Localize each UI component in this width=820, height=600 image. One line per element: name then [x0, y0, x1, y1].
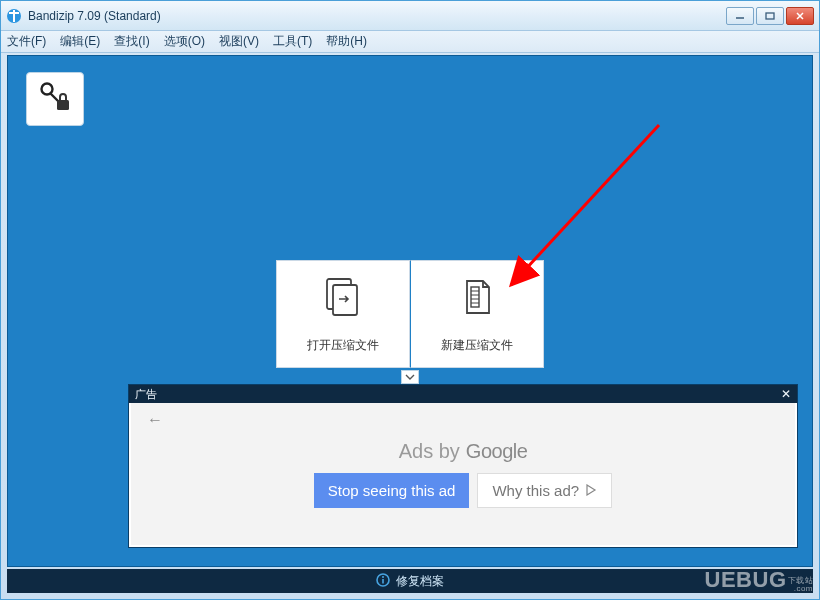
- window-controls: [726, 7, 814, 25]
- svg-rect-2: [766, 13, 774, 19]
- menu-options[interactable]: 选项(O): [164, 33, 205, 50]
- menu-view[interactable]: 视图(V): [219, 33, 259, 50]
- new-archive-icon: [455, 275, 499, 323]
- ad-buttons: Stop seeing this ad Why this ad?: [314, 473, 612, 508]
- chevron-down-icon: [405, 372, 415, 383]
- ad-panel: 广告 ✕ ← Ads by Google Stop seeing this ad…: [128, 384, 798, 548]
- center-buttons: 打开压缩文件 新建压缩文件: [276, 260, 544, 368]
- main-area: 打开压缩文件 新建压缩文件: [7, 55, 813, 567]
- ad-label: 广告: [135, 387, 157, 402]
- why-ad-button[interactable]: Why this ad?: [477, 473, 612, 508]
- svg-rect-7: [471, 287, 479, 307]
- menu-edit[interactable]: 编辑(E): [60, 33, 100, 50]
- key-lock-icon: [37, 80, 73, 118]
- ad-title: Ads by Google: [399, 440, 528, 463]
- window-title: Bandizip 7.09 (Standard): [28, 9, 161, 23]
- app-icon: [6, 8, 22, 24]
- close-icon: ✕: [781, 387, 791, 401]
- minimize-button[interactable]: [726, 7, 754, 25]
- menubar: 文件(F) 编辑(E) 查找(I) 选项(O) 视图(V) 工具(T) 帮助(H…: [1, 31, 819, 53]
- arrow-left-icon: ←: [147, 411, 163, 428]
- menu-tools[interactable]: 工具(T): [273, 33, 312, 50]
- ad-title-prefix: Ads by: [399, 440, 460, 463]
- titlebar: Bandizip 7.09 (Standard): [1, 1, 819, 31]
- svg-rect-14: [382, 579, 384, 584]
- ad-close-button[interactable]: ✕: [781, 387, 791, 401]
- app-window: Bandizip 7.09 (Standard) 文件(F) 编辑(E) 查找(…: [0, 0, 820, 600]
- svg-point-13: [382, 576, 384, 578]
- watermark-text: UEBUG: [705, 567, 787, 593]
- statusbar-repair[interactable]: 修复档案: [7, 569, 813, 593]
- info-icon: [376, 573, 390, 590]
- stop-ad-button[interactable]: Stop seeing this ad: [314, 473, 470, 508]
- why-ad-label: Why this ad?: [492, 482, 579, 499]
- ad-back-button[interactable]: ←: [147, 411, 163, 429]
- watermark-sub: 下载站 .com: [788, 577, 814, 593]
- watermark: UEBUG 下载站 .com: [705, 567, 813, 593]
- menu-find[interactable]: 查找(I): [114, 33, 149, 50]
- password-manager-button[interactable]: [26, 72, 84, 126]
- menu-file[interactable]: 文件(F): [7, 33, 46, 50]
- ad-body: ← Ads by Google Stop seeing this ad Why …: [131, 403, 795, 545]
- svg-rect-4: [57, 100, 69, 110]
- maximize-button[interactable]: [756, 7, 784, 25]
- open-archive-icon: [321, 275, 365, 323]
- menu-help[interactable]: 帮助(H): [326, 33, 367, 50]
- close-button[interactable]: [786, 7, 814, 25]
- open-archive-button[interactable]: 打开压缩文件: [276, 260, 410, 368]
- expand-button[interactable]: [401, 370, 419, 384]
- ad-header: 广告 ✕: [129, 385, 797, 403]
- new-archive-label: 新建压缩文件: [441, 337, 513, 354]
- new-archive-button[interactable]: 新建压缩文件: [410, 260, 544, 368]
- statusbar-label: 修复档案: [396, 573, 444, 590]
- adchoices-icon: [585, 482, 597, 499]
- open-archive-label: 打开压缩文件: [307, 337, 379, 354]
- svg-rect-6: [333, 285, 357, 315]
- ad-title-brand: Google: [466, 440, 528, 463]
